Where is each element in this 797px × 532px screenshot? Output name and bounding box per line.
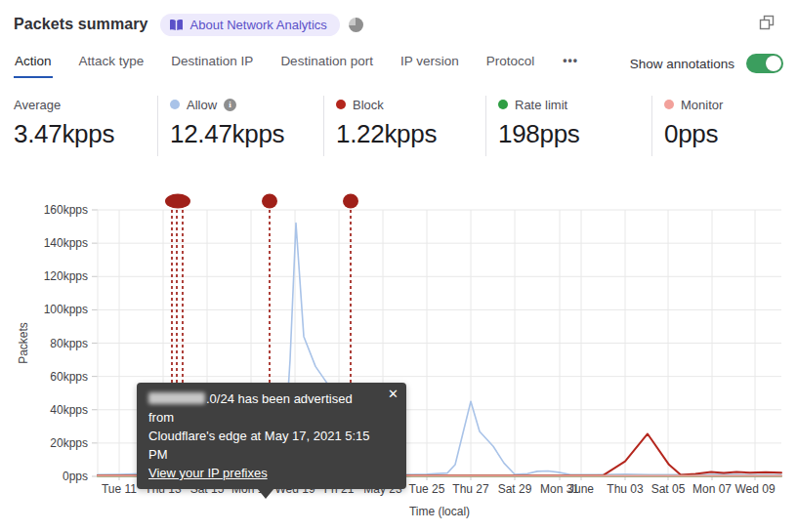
y-tick-label: 20kpps [50,436,88,450]
stat-block-value: 1.22kpps [336,119,476,149]
stat-average-value: 3.47kpps [14,119,147,149]
tab-destination-ip[interactable]: Destination IP [170,49,254,78]
expand-button[interactable] [756,12,777,33]
about-badge-label: About Network Analytics [190,18,327,32]
stat-monitor: Monitor 0pps [651,96,733,156]
stat-rate-limit-label: Rate limit [515,98,567,112]
tooltip-arrow [257,488,274,499]
x-tick-label: Tue 25 [409,482,445,496]
x-tick-label: Mon 07 [692,482,732,496]
annotation-marker[interactable] [343,194,358,209]
more-tabs-button[interactable]: ••• [561,54,580,73]
x-tick-label: June [568,482,594,496]
annotation-tooltip: .0/24 has been advertised from Cloudflar… [137,383,406,489]
stat-block: Block 1.22kpps [323,96,485,156]
y-tick-label: 60kpps [50,370,88,384]
stat-monitor-value: 0pps [664,119,723,149]
about-network-analytics-badge[interactable]: About Network Analytics [160,14,340,36]
x-axis-title: Time (local) [409,505,470,518]
show-annotations-toggle[interactable] [746,54,783,73]
info-icon[interactable] [224,99,236,111]
redacted-ip-prefix [148,392,205,404]
y-tick-label: 0pps [63,470,88,483]
y-tick-label: 100kpps [44,303,88,316]
x-tick-label: Thu 03 [607,482,644,496]
y-tick-label: 40kpps [50,403,88,417]
stat-average: Average 3.47kpps [14,96,157,156]
y-tick-label: 120kpps [44,269,88,283]
book-icon [169,19,184,31]
expand-icon [759,15,775,30]
tabs-row: Action Attack type Destination IP Destin… [14,49,783,78]
stat-monitor-label: Monitor [681,98,723,112]
block-dot-icon [336,100,346,109]
tab-protocol[interactable]: Protocol [485,49,536,78]
tab-attack-type[interactable]: Attack type [78,49,146,78]
stat-allow-label: Allow [187,98,217,112]
tab-ip-version[interactable]: IP version [399,49,460,78]
header: Packets summary About Network Analytics [14,10,783,39]
stats-row: Average 3.47kpps Allow 12.47kpps Block 1… [14,96,783,156]
annotation-marker[interactable] [165,194,190,209]
stat-allow: Allow 12.47kpps [157,96,323,156]
stat-block-label: Block [353,98,384,112]
stat-rate-limit-value: 198pps [498,119,642,149]
x-tick-label: Tue 11 [102,482,137,496]
chart-area: 0pps20kpps40kpps60kpps80kpps100kpps120kp… [14,185,783,529]
stat-allow-value: 12.47kpps [170,119,314,149]
tab-destination-port[interactable]: Destination port [279,49,374,78]
y-axis-title: Packets [17,322,30,364]
tab-action[interactable]: Action [14,49,53,78]
rate-limit-dot-icon [498,100,508,109]
stat-rate-limit: Rate limit 198pps [485,96,651,156]
x-tick-label: Thu 27 [452,482,489,496]
y-tick-label: 80kpps [50,337,88,350]
page-title: Packets summary [14,16,148,33]
view-ip-prefixes-link[interactable]: View your IP prefixes [148,466,268,480]
x-tick-label: Wed 09 [734,482,775,496]
y-tick-label: 140kpps [44,236,88,250]
tooltip-line-1: .0/24 has been advertised from [148,389,381,427]
pie-chart-icon [349,18,363,32]
y-tick-label: 160kpps [44,203,88,217]
tooltip-line-2: Cloudflare's edge at May 17, 2021 5:15 P… [148,427,381,464]
stat-average-label: Average [14,98,61,112]
x-tick-label: Sat 05 [651,482,686,496]
show-annotations-label: Show annotations [630,57,734,71]
allow-dot-icon [170,100,180,109]
annotation-marker[interactable] [262,194,277,209]
close-icon[interactable]: ✕ [388,388,398,401]
x-tick-label: Sat 29 [498,482,532,496]
monitor-dot-icon [664,100,674,109]
